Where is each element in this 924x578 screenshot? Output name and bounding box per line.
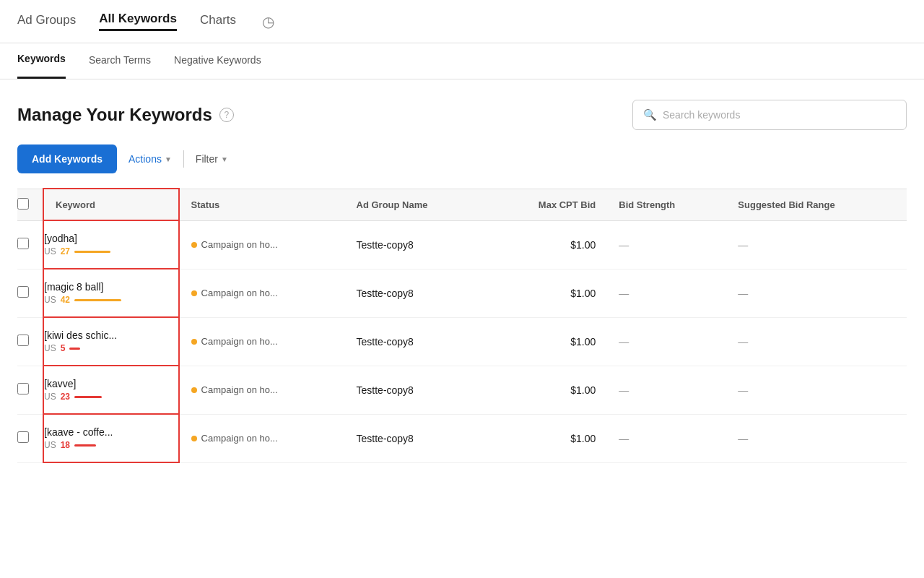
- col-bid-strength: Bid Strength: [607, 189, 726, 220]
- page-title-area: Manage Your Keywords ?: [17, 105, 234, 125]
- table-row: [kaave - coffe... US 18 Campaign on ho..…: [17, 414, 907, 462]
- filter-label: Filter: [196, 153, 218, 165]
- keyword-cell: [yodha] US 27: [43, 220, 179, 269]
- keyword-score: 5: [61, 343, 66, 353]
- row-checkbox[interactable]: [17, 286, 29, 298]
- row-checkbox-cell: [17, 220, 43, 269]
- help-icon[interactable]: ?: [219, 108, 234, 122]
- status-cell: Campaign on ho...: [179, 317, 345, 366]
- keyword-score: 23: [61, 392, 70, 402]
- col-keyword: Keyword: [43, 189, 179, 220]
- sub-nav-search-terms[interactable]: Search Terms: [89, 43, 151, 79]
- status-dot: [191, 436, 197, 441]
- search-input[interactable]: [663, 109, 896, 121]
- keyword-name: [yodha]: [44, 233, 167, 244]
- table-row: [yodha] US 27 Campaign on ho... Testte-c…: [17, 220, 907, 269]
- status-text: Campaign on ho...: [201, 433, 278, 444]
- suggested-bid-range-cell: —: [726, 317, 907, 366]
- score-bar: [74, 251, 110, 253]
- col-max-cpt-bid: Max CPT Bid: [487, 189, 607, 220]
- keyword-name: [magic 8 ball]: [44, 281, 167, 293]
- row-checkbox[interactable]: [17, 335, 29, 346]
- row-checkbox[interactable]: [17, 431, 29, 443]
- score-bar: [74, 396, 102, 398]
- sub-nav-keywords[interactable]: Keywords: [17, 43, 66, 79]
- score-bar: [74, 444, 96, 447]
- table-header-row: Keyword Status Ad Group Name Max CPT Bid…: [17, 189, 907, 220]
- bid-strength-cell: —: [607, 317, 726, 366]
- bid-strength-cell: —: [607, 366, 726, 414]
- status-dot: [191, 290, 197, 296]
- status-cell: Campaign on ho...: [179, 269, 345, 317]
- keyword-region: US: [44, 295, 56, 305]
- row-checkbox-cell: [17, 414, 43, 462]
- row-checkbox[interactable]: [17, 383, 29, 394]
- col-checkbox: [17, 189, 43, 220]
- max-cpt-bid-cell: $1.00: [487, 414, 607, 462]
- status-cell: Campaign on ho...: [179, 414, 345, 462]
- top-navigation: Ad Groups All Keywords Charts ◷: [0, 0, 924, 43]
- keyword-region: US: [44, 440, 56, 450]
- row-checkbox-cell: [17, 317, 43, 366]
- sub-nav-negative-keywords[interactable]: Negative Keywords: [174, 43, 261, 79]
- top-nav-charts[interactable]: Charts: [200, 13, 236, 30]
- score-bar: [74, 299, 121, 301]
- filter-button[interactable]: Filter ▼: [196, 153, 228, 165]
- keyword-cell: [kaave - coffe... US 18: [43, 414, 179, 462]
- keyword-region: US: [44, 392, 56, 402]
- page-title: Manage Your Keywords: [17, 105, 212, 125]
- actions-button[interactable]: Actions ▼: [128, 153, 172, 165]
- col-status: Status: [179, 189, 345, 220]
- status-text: Campaign on ho...: [201, 288, 278, 298]
- keyword-meta: US 5: [44, 343, 167, 353]
- row-checkbox-cell: [17, 366, 43, 414]
- keyword-score: 42: [61, 295, 70, 305]
- status-cell: Campaign on ho...: [179, 366, 345, 414]
- search-icon: 🔍: [643, 108, 657, 121]
- suggested-bid-range-cell: —: [726, 220, 907, 269]
- suggested-bid-range-cell: —: [726, 269, 907, 317]
- keyword-cell: [magic 8 ball] US 42: [43, 269, 179, 317]
- ad-group-name-cell: Testte-copy8: [345, 269, 487, 317]
- col-suggested-bid-range: Suggested Bid Range: [726, 189, 907, 220]
- keyword-meta: US 42: [44, 295, 167, 305]
- keywords-table: Keyword Status Ad Group Name Max CPT Bid…: [17, 188, 907, 463]
- search-box: 🔍: [632, 100, 907, 130]
- score-bar: [69, 348, 80, 350]
- page-header: Manage Your Keywords ? 🔍: [0, 79, 924, 144]
- status-dot: [191, 339, 197, 345]
- filter-chevron-icon: ▼: [221, 155, 228, 163]
- bid-strength-cell: —: [607, 414, 726, 462]
- max-cpt-bid-cell: $1.00: [487, 366, 607, 414]
- keyword-meta: US 27: [44, 246, 167, 256]
- bid-strength-cell: —: [607, 269, 726, 317]
- keyword-region: US: [44, 246, 56, 256]
- actions-chevron-icon: ▼: [165, 155, 172, 163]
- keywords-table-wrapper: Keyword Status Ad Group Name Max CPT Bid…: [0, 188, 924, 463]
- top-nav-all-keywords[interactable]: All Keywords: [99, 12, 177, 31]
- max-cpt-bid-cell: $1.00: [487, 317, 607, 366]
- actions-label: Actions: [128, 153, 162, 165]
- keyword-cell: [kavve] US 23: [43, 366, 179, 414]
- max-cpt-bid-cell: $1.00: [487, 269, 607, 317]
- keyword-name: [kavve]: [44, 378, 167, 389]
- keyword-name: [kiwi des schic...: [44, 329, 167, 341]
- keyword-name: [kaave - coffe...: [44, 426, 167, 438]
- suggested-bid-range-cell: —: [726, 366, 907, 414]
- top-nav-ad-groups[interactable]: Ad Groups: [17, 13, 76, 30]
- keyword-score: 18: [61, 440, 70, 450]
- select-all-checkbox[interactable]: [17, 198, 29, 210]
- ad-group-name-cell: Testte-copy8: [345, 366, 487, 414]
- row-checkbox[interactable]: [17, 238, 29, 249]
- row-checkbox-cell: [17, 269, 43, 317]
- status-dot: [191, 387, 197, 393]
- bid-strength-cell: —: [607, 220, 726, 269]
- toolbar-divider: [183, 150, 184, 168]
- keyword-region: US: [44, 343, 56, 353]
- history-icon[interactable]: ◷: [262, 13, 274, 30]
- add-keywords-button[interactable]: Add Keywords: [17, 144, 117, 173]
- ad-group-name-cell: Testte-copy8: [345, 220, 487, 269]
- table-row: [kavve] US 23 Campaign on ho... Testte-c…: [17, 366, 907, 414]
- status-text: Campaign on ho...: [201, 384, 278, 395]
- table-row: [kiwi des schic... US 5 Campaign on ho..…: [17, 317, 907, 366]
